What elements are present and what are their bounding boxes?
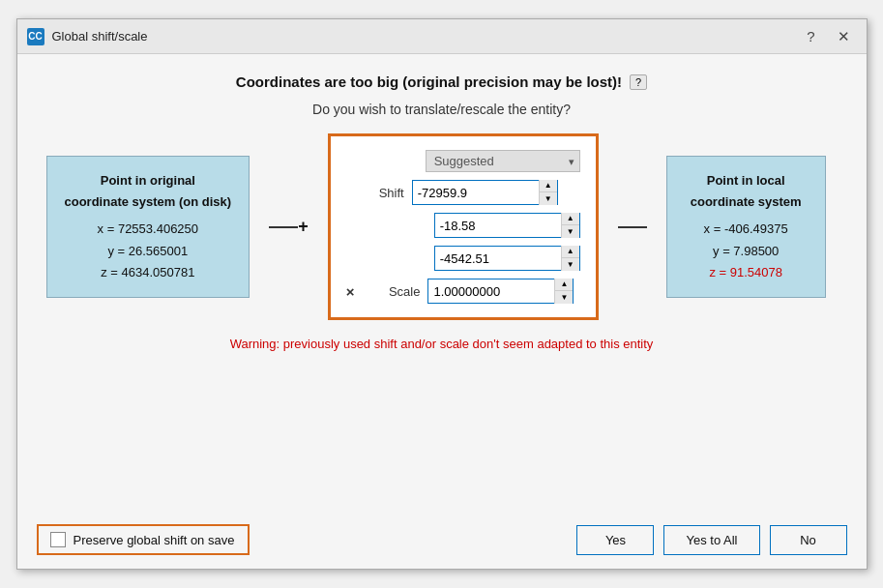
preserve-label: Preserve global shift on save <box>74 533 235 547</box>
shift-y-down[interactable]: ▼ <box>562 225 579 238</box>
left-connector: + <box>269 217 309 237</box>
warning-title-text: Coordinates are too big (original precis… <box>236 74 622 90</box>
left-line <box>269 226 298 228</box>
shift-z-down[interactable]: ▼ <box>562 258 579 271</box>
shift-y-row: ▲ ▼ <box>346 213 580 238</box>
suggested-dropdown-wrapper[interactable]: Suggested <box>426 150 580 172</box>
shift-x-up[interactable]: ▲ <box>540 180 557 192</box>
scale-up[interactable]: ▲ <box>555 279 573 291</box>
shift-x-row: Shift ▲ ▼ <box>346 180 580 205</box>
right-panel-title: Point in localcoordinate system <box>685 170 808 213</box>
app-icon: CC <box>27 28 44 45</box>
warning-title-row: Coordinates are too big (original precis… <box>46 74 838 90</box>
right-y-value: y = 7.98500 <box>685 241 808 262</box>
scale-input[interactable] <box>428 279 554 303</box>
center-panel: Suggested Shift ▲ ▼ <box>328 133 599 320</box>
x-multiply-icon: × <box>346 283 355 300</box>
scale-label: Scale <box>362 284 420 299</box>
subtitle-text: Do you wish to translate/rescale the ent… <box>46 102 838 117</box>
shift-x-down[interactable]: ▼ <box>540 192 557 205</box>
warning-message: Warning: previously used shift and/or sc… <box>46 337 838 351</box>
left-panel-title: Point in originalcoordinate system (on d… <box>65 170 232 213</box>
shift-x-spinner[interactable]: ▲ ▼ <box>412 180 558 205</box>
yes-button[interactable]: Yes <box>576 525 654 555</box>
left-info-box: Point in originalcoordinate system (on d… <box>46 156 250 297</box>
shift-y-spinner[interactable]: ▲ ▼ <box>434 213 580 238</box>
scale-spinner[interactable]: ▲ ▼ <box>427 279 574 304</box>
plus-icon: + <box>298 217 309 237</box>
preserve-box: Preserve global shift on save <box>37 524 250 555</box>
title-bar: CC Global shift/scale ? ✕ <box>17 19 867 54</box>
shift-z-spinner[interactable]: ▲ ▼ <box>434 246 580 271</box>
close-button[interactable]: ✕ <box>832 24 857 49</box>
right-info-box: Point in localcoordinate system x = -406… <box>666 156 826 297</box>
shift-z-up[interactable]: ▲ <box>562 246 579 258</box>
left-y-value: y = 26.565001 <box>65 241 232 262</box>
dialog-footer: Preserve global shift on save Yes Yes to… <box>17 514 867 569</box>
left-x-value: x = 72553.406250 <box>65 219 232 240</box>
shift-z-spinbtns: ▲ ▼ <box>561 246 579 271</box>
shift-z-row: ▲ ▼ <box>346 246 580 271</box>
dropdown-row: Suggested <box>346 150 580 172</box>
no-button[interactable]: No <box>770 525 847 555</box>
shift-x-input[interactable] <box>413 181 539 204</box>
right-connector <box>618 226 647 228</box>
help-title-button[interactable]: ? <box>799 24 824 49</box>
main-area: Point in originalcoordinate system (on d… <box>46 133 838 320</box>
suggested-dropdown[interactable]: Suggested <box>426 150 580 172</box>
right-z-value: z = 91.54078 <box>685 262 808 283</box>
scale-row: × Scale ▲ ▼ <box>346 279 580 304</box>
dialog-body: Coordinates are too big (original precis… <box>17 54 867 514</box>
yes-to-all-button[interactable]: Yes to All <box>663 525 759 555</box>
shift-y-up[interactable]: ▲ <box>562 213 579 225</box>
shift-y-spinbtns: ▲ ▼ <box>561 213 579 238</box>
scale-spinbtns: ▲ ▼ <box>554 279 573 304</box>
shift-label: Shift <box>346 186 404 200</box>
scale-down[interactable]: ▼ <box>555 291 573 304</box>
right-line <box>618 226 647 228</box>
left-z-value: z = 4634.050781 <box>65 262 232 283</box>
shift-y-input[interactable] <box>435 214 561 237</box>
dialog-title: Global shift/scale <box>52 29 791 44</box>
shift-z-input[interactable] <box>435 247 561 270</box>
main-dialog: CC Global shift/scale ? ✕ Coordinates ar… <box>16 18 868 570</box>
shift-x-spinbtns: ▲ ▼ <box>539 180 557 205</box>
preserve-checkbox[interactable] <box>50 532 66 547</box>
right-x-value: x = -406.49375 <box>685 219 808 240</box>
help-inline-button[interactable]: ? <box>630 74 647 90</box>
